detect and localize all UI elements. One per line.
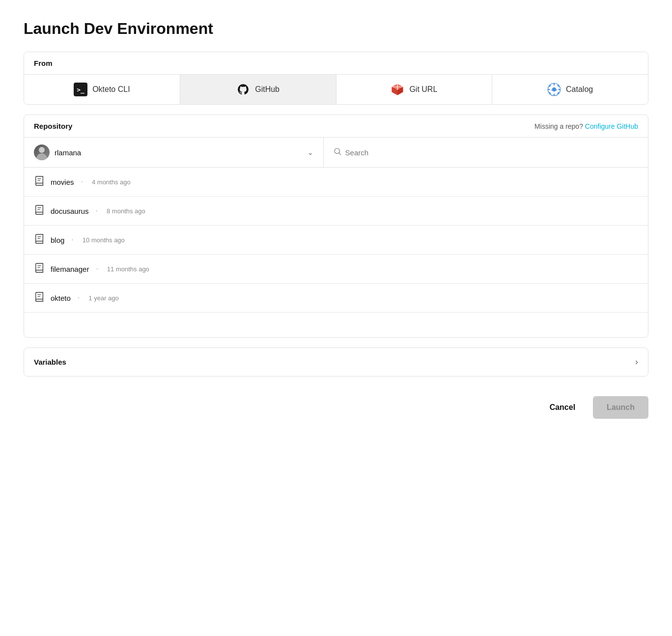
- source-tabs: >_ Okteto CLI GitHub: [24, 75, 648, 104]
- svg-line-18: [339, 153, 340, 154]
- helm-icon: HELM: [547, 83, 561, 96]
- repo-time-movies: 4 months ago: [92, 178, 131, 186]
- tab-github-label: GitHub: [255, 85, 280, 94]
- repo-name-docusaurus: docusaurus: [51, 207, 89, 215]
- repo-name-blog: blog: [51, 236, 64, 244]
- tab-catalog-label: Catalog: [566, 85, 593, 94]
- repo-time-docusaurus: 8 months ago: [107, 207, 145, 215]
- git-url-icon: [391, 83, 404, 96]
- launch-button[interactable]: Launch: [593, 396, 648, 419]
- repo-book-icon: [34, 175, 45, 188]
- chevron-right-icon: ›: [635, 357, 638, 367]
- variables-label: Variables: [34, 358, 66, 366]
- repo-item-okteto[interactable]: okteto · 1 year ago: [24, 284, 648, 313]
- repo-item-filemanager[interactable]: filemanager · 11 months ago: [24, 255, 648, 284]
- variables-row[interactable]: Variables ›: [24, 348, 648, 376]
- tab-catalog[interactable]: HELM Catalog: [492, 75, 648, 104]
- repo-name-okteto: okteto: [51, 294, 71, 302]
- search-input[interactable]: [345, 148, 638, 157]
- repo-time-blog: 10 months ago: [83, 236, 125, 244]
- svg-rect-11: [558, 89, 560, 90]
- github-icon: [236, 83, 250, 96]
- repo-time-okteto: 1 year ago: [88, 294, 118, 302]
- svg-rect-10: [548, 89, 550, 90]
- repo-book-icon: [34, 204, 45, 217]
- user-avatar: [34, 145, 50, 160]
- variables-section: Variables ›: [24, 347, 648, 376]
- repository-header: Repository Missing a repo? Configure Git…: [24, 115, 648, 138]
- svg-rect-8: [554, 83, 555, 85]
- tab-github[interactable]: GitHub: [180, 75, 336, 104]
- repo-name-filemanager: filemanager: [51, 265, 89, 273]
- repository-section: Repository Missing a repo? Configure Git…: [24, 115, 648, 338]
- search-icon: [334, 147, 341, 157]
- repo-list: movies · 4 months ago docusaurus · 8 mon…: [24, 168, 648, 337]
- tab-git-url[interactable]: Git URL: [336, 75, 493, 104]
- missing-repo-text: Missing a repo? Configure GitHub: [534, 122, 638, 130]
- svg-rect-9: [554, 93, 555, 95]
- svg-text:HELM: HELM: [551, 88, 557, 91]
- repo-item-docusaurus[interactable]: docusaurus · 8 months ago: [24, 197, 648, 226]
- repo-item-blog[interactable]: blog · 10 months ago: [24, 226, 648, 255]
- repo-name-movies: movies: [51, 178, 74, 186]
- tab-okteto-cli[interactable]: >_ Okteto CLI: [24, 75, 180, 104]
- repo-list-empty-row: [24, 313, 648, 337]
- repo-user-search-row: rlamana ⌄: [24, 138, 648, 168]
- page-title: Launch Dev Environment: [24, 20, 648, 38]
- footer-buttons: Cancel Launch: [24, 392, 648, 419]
- tab-git-url-label: Git URL: [409, 85, 437, 94]
- repo-item-movies[interactable]: movies · 4 months ago: [24, 168, 648, 197]
- repo-book-icon: [34, 262, 45, 275]
- repo-time-filemanager: 11 months ago: [107, 265, 149, 273]
- user-selector[interactable]: rlamana ⌄: [24, 138, 324, 167]
- repository-title: Repository: [34, 122, 72, 130]
- chevron-down-icon: ⌄: [308, 148, 313, 156]
- repo-book-icon: [34, 291, 45, 304]
- repo-search-box: [324, 138, 648, 167]
- user-name: rlamana: [55, 148, 303, 157]
- from-label: From: [24, 52, 648, 75]
- okteto-cli-icon: >_: [74, 83, 87, 96]
- cancel-button[interactable]: Cancel: [540, 397, 585, 418]
- configure-github-link[interactable]: Configure GitHub: [585, 122, 638, 130]
- tab-okteto-cli-label: Okteto CLI: [92, 85, 130, 94]
- repo-book-icon: [34, 233, 45, 246]
- from-card: From >_ Okteto CLI GitHub: [24, 52, 648, 105]
